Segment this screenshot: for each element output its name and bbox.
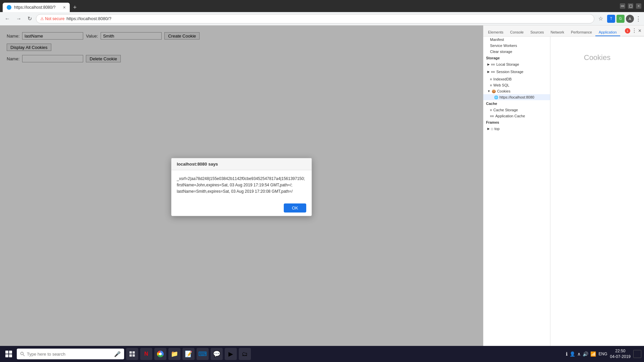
sticky-notes-app[interactable]: 📝 bbox=[182, 348, 195, 360]
sidebar-item-manifest[interactable]: Manifest bbox=[483, 37, 550, 43]
tab-console[interactable]: Console bbox=[507, 29, 527, 36]
local-storage-group: ▶ ≡≡ Local Storage bbox=[483, 61, 550, 67]
chrome-icon bbox=[157, 351, 164, 357]
chrome-app[interactable] bbox=[154, 348, 166, 360]
devtools-close-button[interactable]: × bbox=[638, 28, 641, 34]
svg-rect-2 bbox=[129, 351, 132, 354]
devtools-menu-button[interactable]: ⋮ bbox=[632, 27, 637, 34]
tab-elements[interactable]: Elements bbox=[485, 29, 507, 36]
devtools-header: Elements Console Sources Network Perform… bbox=[483, 25, 644, 36]
address-bar[interactable]: ⚠ Not secure https://localhost:8080/? bbox=[36, 14, 594, 23]
dialog-title: localhost:8080 says bbox=[171, 158, 312, 170]
application-cache-label: Application Cache bbox=[495, 114, 525, 118]
dialog-body-line3: lastName=Smith,expires=Sat, 03 Aug 2019 … bbox=[177, 188, 306, 195]
frames-icon: □ bbox=[491, 127, 493, 131]
session-storage-group: ▶ ≡≡ Session Storage bbox=[483, 69, 550, 75]
person-icon[interactable]: 👤 bbox=[570, 351, 575, 357]
local-storage-item[interactable]: ▶ ≡≡ Local Storage bbox=[483, 61, 550, 67]
start-button[interactable] bbox=[3, 348, 15, 360]
dialog-body: _xsrf=2|aa78d248|155e03842b1142f0cbe9345… bbox=[171, 170, 312, 200]
top-frame-label: top bbox=[494, 127, 499, 131]
files-app[interactable]: 🗂 bbox=[239, 348, 251, 360]
tab-close-button[interactable]: × bbox=[63, 5, 66, 10]
file-explorer-app[interactable]: 📁 bbox=[168, 348, 180, 360]
host-icon: 🌐 bbox=[494, 96, 498, 99]
discord-app[interactable]: 💬 bbox=[211, 348, 223, 360]
sidebar-item-cookies-host[interactable]: 🌐 https://localhost:8080 bbox=[483, 94, 550, 100]
cookies-host-label: https://localhost:8080 bbox=[499, 95, 534, 99]
error-count: 1 bbox=[627, 29, 628, 33]
forward-button[interactable]: → bbox=[14, 14, 23, 23]
tab-title: https://localhost:8080/? bbox=[14, 5, 55, 10]
session-storage-arrow: ▶ bbox=[487, 70, 490, 73]
grammarly-extension[interactable]: G bbox=[616, 15, 625, 23]
sidebar-item-indexed-db[interactable]: ≡ IndexedDB bbox=[483, 76, 550, 82]
error-badge: 1 bbox=[625, 28, 630, 34]
nav-bar: ← → ↻ ⚠ Not secure https://localhost:808… bbox=[0, 12, 644, 25]
volume-icon[interactable]: 🔊 bbox=[583, 351, 588, 357]
language-label: ENG bbox=[599, 352, 607, 356]
account-icon[interactable]: A bbox=[626, 15, 634, 23]
network-icon[interactable]: 📶 bbox=[590, 351, 596, 357]
file-explorer-icon: 📁 bbox=[171, 350, 178, 358]
browser-chrome: 🌐 https://localhost:8080/? × + × bbox=[0, 0, 644, 12]
cookies-label: Cookies bbox=[497, 89, 511, 93]
sidebar-item-clear-storage[interactable]: Clear storage bbox=[483, 49, 550, 55]
sticky-notes-icon: 📝 bbox=[185, 350, 192, 358]
chevron-up-icon[interactable]: ∧ bbox=[577, 351, 581, 357]
search-icon bbox=[20, 352, 25, 356]
bookmark-button[interactable]: ☆ bbox=[596, 14, 605, 23]
cache-storage-icon: ≡ bbox=[490, 108, 492, 112]
sidebar-item-cache-storage[interactable]: ≡ Cache Storage bbox=[483, 107, 550, 113]
media-player-icon: ▶ bbox=[228, 350, 233, 358]
refresh-button[interactable]: ↻ bbox=[25, 14, 34, 23]
svg-rect-5 bbox=[132, 354, 135, 357]
minimize-button[interactable] bbox=[620, 3, 625, 9]
session-storage-item[interactable]: ▶ ≡≡ Session Storage bbox=[483, 69, 550, 75]
local-storage-icon: ≡≡ bbox=[491, 63, 495, 66]
discord-icon: 💬 bbox=[213, 350, 220, 358]
task-view-button[interactable] bbox=[126, 348, 138, 360]
sidebar-item-application-cache[interactable]: ≡≡ Application Cache bbox=[483, 113, 550, 119]
sidebar-item-service-workers[interactable]: Service Workers bbox=[483, 43, 550, 49]
cookies-group[interactable]: ▼ 🍪 Cookies bbox=[483, 88, 550, 94]
dialog-ok-button[interactable]: OK bbox=[284, 203, 306, 213]
maximize-button[interactable] bbox=[628, 3, 633, 9]
devtools-sidebar: Manifest Service Workers Clear storage S… bbox=[483, 37, 550, 349]
taskbar-search-bar[interactable]: 🎤 bbox=[17, 349, 124, 359]
app-cache-icon: ≡≡ bbox=[490, 114, 494, 118]
tab-performance[interactable]: Performance bbox=[568, 29, 595, 36]
manifest-label: Manifest bbox=[490, 38, 504, 42]
menu-button[interactable]: ⋮ bbox=[635, 15, 641, 22]
devtools-tabs: Elements Console Sources Network Perform… bbox=[483, 25, 622, 36]
translate-extension[interactable]: T bbox=[607, 15, 615, 23]
media-player-app[interactable]: ▶ bbox=[225, 348, 237, 360]
info-icon[interactable]: ℹ bbox=[566, 351, 568, 357]
dialog-overlay: localhost:8080 says _xsrf=2|aa78d248|155… bbox=[0, 25, 483, 349]
active-tab[interactable]: 🌐 https://localhost:8080/? × bbox=[3, 3, 70, 12]
tab-favicon: 🌐 bbox=[7, 5, 11, 10]
tab-network[interactable]: Network bbox=[547, 29, 568, 36]
files-icon: 🗂 bbox=[242, 351, 248, 358]
tab-sources[interactable]: Sources bbox=[527, 29, 547, 36]
microphone-icon[interactable]: 🎤 bbox=[114, 351, 121, 357]
taskbar-search-input[interactable] bbox=[27, 352, 94, 357]
sidebar-item-web-sql[interactable]: ≡ Web SQL bbox=[483, 82, 550, 88]
tab-bar: 🌐 https://localhost:8080/? × + bbox=[3, 0, 79, 12]
task-view-icon bbox=[129, 351, 135, 357]
notification-center-button[interactable] bbox=[633, 350, 641, 358]
tab-application[interactable]: Application bbox=[595, 29, 620, 36]
close-window-button[interactable]: × bbox=[636, 3, 641, 9]
new-tab-button[interactable]: + bbox=[70, 3, 79, 12]
vscode-app[interactable]: ⌨ bbox=[197, 348, 209, 360]
indexed-db-icon: ≡ bbox=[490, 77, 492, 81]
netflix-app[interactable]: N bbox=[140, 348, 152, 360]
session-storage-icon: ≡≡ bbox=[491, 70, 495, 74]
address-url: https://localhost:8080/? bbox=[66, 16, 111, 21]
frames-top-item[interactable]: ▶ □ top bbox=[483, 126, 550, 132]
back-button[interactable]: ← bbox=[3, 14, 12, 23]
svg-point-0 bbox=[21, 352, 23, 355]
storage-section-header: Storage bbox=[483, 55, 550, 61]
devtools-body: Manifest Service Workers Clear storage S… bbox=[483, 37, 644, 349]
taskbar-clock: 22:50 04-07-2019 bbox=[610, 348, 631, 360]
